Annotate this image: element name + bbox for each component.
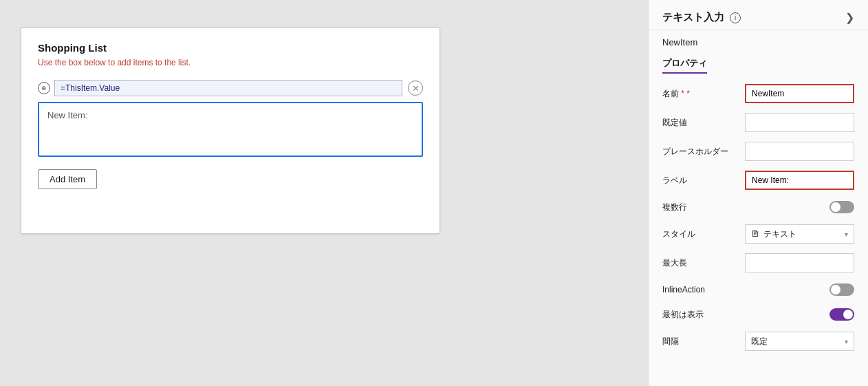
prop-value-default (745, 113, 854, 132)
prop-row-default: 既定値 (649, 108, 868, 137)
default-input[interactable] (745, 113, 854, 132)
info-icon[interactable]: i (730, 12, 741, 23)
prop-value-placeholder (745, 142, 854, 161)
prop-value-name (745, 84, 854, 103)
section-label-block: プロパティ (649, 52, 868, 74)
prop-row-multiline: 複数行 (649, 195, 868, 219)
spacing-select-text: 既定 (751, 336, 768, 347)
formula-bar[interactable]: =ThisItem.Value (54, 80, 402, 96)
prop-label-placeholder: プレースホルダー (662, 146, 745, 158)
placeholder-input[interactable] (745, 142, 854, 161)
prop-row-spacing: 間隔 既定 ▾ (649, 327, 868, 356)
name-input[interactable] (745, 84, 854, 103)
prop-value-multiline (745, 201, 854, 213)
properties-section-label: プロパティ (662, 57, 707, 74)
prop-row-label: ラベル (649, 166, 868, 195)
prop-label-spacing: 間隔 (662, 336, 745, 347)
prop-value-inlineaction (745, 283, 854, 296)
prop-row-visible: 最初は表示 (649, 302, 868, 327)
prop-value-visible (745, 308, 854, 321)
prop-row-maxlength: 最大長 (649, 248, 868, 277)
add-item-button[interactable]: Add Item (38, 169, 97, 189)
toggle-knob-visible (843, 310, 853, 319)
prop-value-spacing: 既定 ▾ (745, 332, 854, 351)
panel-expand-icon[interactable]: ❯ (845, 11, 854, 24)
style-dropdown[interactable]: 🖹 テキスト ▾ (745, 224, 854, 244)
text-input-box[interactable]: New Item: (38, 102, 423, 157)
prop-label-style: スタイル (662, 228, 745, 240)
prop-label-label: ラベル (662, 175, 745, 186)
panel-title-row: テキスト入力 i (662, 11, 741, 24)
required-star: * (681, 89, 684, 98)
prop-value-style: 🖹 テキスト ▾ (745, 224, 854, 244)
toggle-knob-inlineaction (831, 285, 840, 294)
prop-label-maxlength: 最大長 (662, 257, 745, 269)
prop-label-visible: 最初は表示 (662, 309, 745, 321)
chevron-down-icon: ▾ (845, 230, 848, 238)
toggle-knob (831, 202, 840, 212)
panel-header: テキスト入力 i ❯ (649, 0, 868, 30)
shopping-card: Shopping List Use the box below to add i… (21, 28, 440, 234)
card-title: Shopping List (38, 42, 423, 54)
prop-label-multiline: 複数行 (662, 202, 745, 213)
close-button[interactable]: ✕ (408, 81, 423, 96)
prop-label-name: 名前 * (662, 88, 745, 100)
maxlength-input[interactable] (745, 253, 854, 272)
prop-label-default: 既定値 (662, 117, 745, 129)
style-select-text: 🖹 テキスト (751, 228, 796, 240)
multiline-toggle[interactable] (829, 201, 854, 213)
prop-row-name: 名前 * (649, 79, 868, 108)
inlineaction-toggle[interactable] (829, 283, 854, 296)
properties-container: 名前 * 既定値 プレースホルダー ラベル (649, 74, 868, 361)
prop-row-inlineaction: InlineAction (649, 277, 868, 302)
spacing-dropdown[interactable]: 既定 ▾ (745, 332, 854, 351)
spacing-chevron-down-icon: ▾ (845, 338, 848, 345)
panel-title: テキスト入力 (662, 11, 724, 24)
panel-item-name: NewItem (649, 30, 868, 52)
prop-value-maxlength (745, 253, 854, 272)
visible-toggle[interactable] (829, 308, 854, 321)
right-panel: テキスト入力 i ❯ NewItem プロパティ 名前 * 既定値 (648, 0, 868, 386)
prop-label-inlineaction: InlineAction (662, 285, 745, 294)
text-input-label: New Item: (47, 110, 413, 120)
prop-value-label (745, 171, 854, 190)
prop-row-placeholder: プレースホルダー (649, 137, 868, 166)
card-subtitle: Use the box below to add items to the li… (38, 58, 423, 67)
canvas-area: Shopping List Use the box below to add i… (0, 0, 648, 386)
formula-row: ⊕ =ThisItem.Value ✕ (38, 80, 423, 96)
prop-row-style: スタイル 🖹 テキスト ▾ (649, 219, 868, 248)
formula-icon: ⊕ (38, 82, 50, 94)
label-input[interactable] (745, 171, 854, 190)
